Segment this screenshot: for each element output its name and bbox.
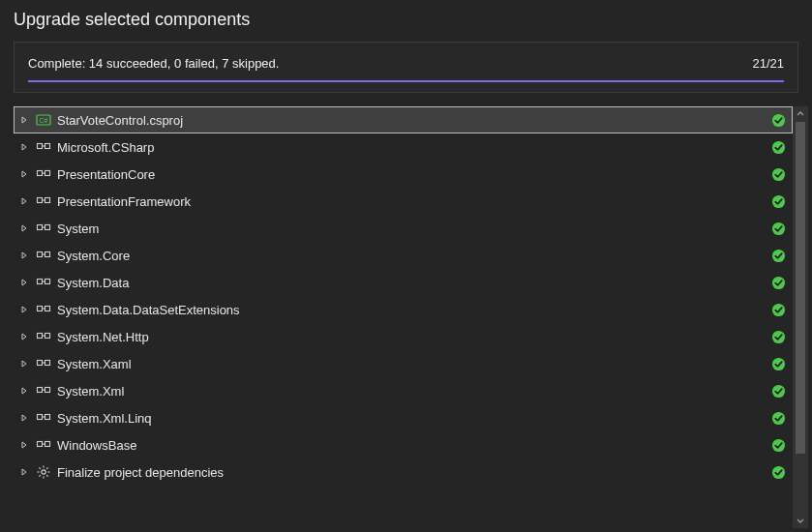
item-label: System (57, 222, 765, 236)
svg-rect-11 (38, 198, 43, 203)
expander-icon[interactable] (18, 168, 30, 180)
svg-line-57 (46, 475, 47, 476)
scroll-thumb[interactable] (796, 122, 805, 454)
scrollbar[interactable] (793, 106, 808, 528)
svg-rect-36 (45, 361, 50, 366)
expander-icon[interactable] (18, 141, 30, 153)
item-label: PresentationFramework (57, 194, 765, 209)
item-label: System.Core (57, 249, 765, 263)
list-item[interactable]: System.Data (14, 269, 793, 296)
expander-icon[interactable] (18, 277, 30, 288)
component-list[interactable]: C#StarVoteControl.csprojMicrosoft.CSharp… (14, 106, 793, 528)
svg-rect-23 (38, 280, 43, 284)
svg-rect-40 (45, 388, 50, 393)
scroll-up-button[interactable] (793, 106, 808, 122)
svg-point-60 (771, 465, 784, 478)
ref-icon (36, 193, 51, 209)
list-item[interactable]: System.Net.Http (14, 323, 793, 350)
svg-rect-7 (38, 171, 43, 176)
list-item[interactable]: System.Core (14, 242, 793, 269)
svg-line-56 (39, 467, 40, 468)
list-item[interactable]: C#StarVoteControl.csproj (14, 106, 793, 133)
ref-icon (36, 221, 51, 236)
item-label: StarVoteControl.csproj (57, 113, 765, 128)
svg-point-6 (771, 140, 784, 153)
svg-point-26 (771, 276, 784, 288)
svg-rect-12 (45, 198, 50, 203)
expander-icon[interactable] (18, 412, 30, 424)
expander-icon[interactable] (18, 358, 30, 369)
success-icon (770, 221, 786, 236)
svg-rect-16 (45, 225, 50, 230)
list-item[interactable]: PresentationCore (14, 161, 793, 188)
success-icon (770, 302, 786, 317)
svg-point-38 (771, 357, 784, 369)
ref-icon (36, 302, 51, 317)
expander-icon[interactable] (18, 304, 30, 315)
svg-point-30 (771, 303, 784, 315)
ref-icon (36, 139, 51, 155)
ref-icon (36, 383, 51, 399)
svg-point-10 (771, 167, 784, 180)
svg-rect-8 (45, 171, 50, 176)
scroll-track[interactable] (793, 122, 808, 513)
expander-icon[interactable] (18, 466, 30, 478)
list-item[interactable]: Microsoft.CSharp (14, 133, 793, 161)
svg-point-42 (771, 384, 784, 397)
list-container: C#StarVoteControl.csprojMicrosoft.CSharp… (0, 106, 812, 532)
svg-point-34 (771, 330, 784, 342)
svg-rect-39 (38, 388, 43, 393)
list-item[interactable]: System.Xaml (14, 350, 793, 377)
expander-icon[interactable] (18, 439, 30, 451)
svg-rect-47 (38, 442, 43, 447)
svg-rect-43 (38, 415, 43, 420)
expander-icon[interactable] (18, 331, 30, 342)
item-label: System.Xaml (57, 357, 765, 371)
success-icon (770, 437, 786, 453)
success-icon (770, 248, 786, 263)
progress-bar (28, 80, 784, 82)
item-label: System.Data (57, 276, 765, 290)
csproj-icon: C# (36, 112, 51, 128)
svg-point-50 (771, 438, 784, 451)
list-item[interactable]: Finalize project dependencies (14, 458, 793, 486)
svg-point-2 (771, 113, 784, 126)
svg-text:C#: C# (40, 117, 48, 124)
success-icon (770, 193, 786, 209)
list-item[interactable]: System.Data.DataSetExtensions (14, 296, 793, 323)
item-label: System.Data.DataSetExtensions (57, 303, 765, 317)
expander-icon[interactable] (18, 222, 30, 234)
svg-rect-32 (45, 334, 50, 339)
expander-icon[interactable] (18, 195, 30, 207)
success-icon (770, 356, 786, 371)
gear-icon (36, 464, 51, 480)
status-row: Complete: 14 succeeded, 0 failed, 7 skip… (28, 56, 784, 71)
list-item[interactable]: WindowsBase (14, 431, 793, 458)
status-counter: 21/21 (752, 56, 784, 71)
svg-point-22 (771, 249, 784, 261)
svg-line-59 (39, 475, 40, 476)
status-text: Complete: 14 succeeded, 0 failed, 7 skip… (28, 56, 279, 71)
svg-rect-20 (45, 252, 50, 257)
success-icon (770, 383, 786, 399)
ref-icon (36, 275, 51, 290)
list-item[interactable]: System.Xml (14, 377, 793, 404)
page-title: Upgrade selected components (0, 0, 812, 42)
svg-rect-48 (45, 442, 50, 447)
success-icon (770, 464, 786, 480)
scroll-down-button[interactable] (793, 513, 808, 528)
item-label: Finalize project dependencies (57, 465, 765, 480)
svg-point-18 (771, 222, 784, 234)
expander-icon[interactable] (18, 385, 30, 397)
list-item[interactable]: System.Xml.Linq (14, 404, 793, 431)
success-icon (770, 139, 786, 155)
expander-icon[interactable] (18, 250, 30, 261)
list-item[interactable]: PresentationFramework (14, 188, 793, 215)
list-item[interactable]: System (14, 215, 793, 242)
svg-point-51 (42, 470, 45, 474)
svg-point-46 (771, 411, 784, 424)
expander-icon[interactable] (18, 114, 30, 126)
upgrade-panel: Upgrade selected components Complete: 14… (0, 0, 812, 532)
svg-rect-15 (38, 225, 43, 230)
ref-icon (36, 356, 51, 371)
